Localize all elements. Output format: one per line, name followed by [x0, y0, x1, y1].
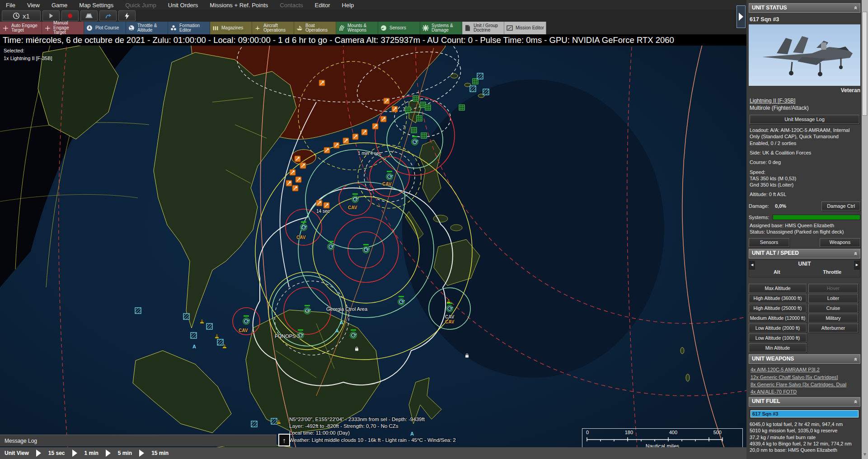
run-button[interactable] — [42, 10, 60, 21]
altitude-buttons: Max Altitude High Altitude (36000 ft) Hi… — [749, 284, 807, 352]
menu-missions-ref-points[interactable]: Missions + Ref. Points — [204, 1, 274, 9]
play-step-icon[interactable] — [139, 450, 144, 457]
scope-prev-button[interactable]: ◄ — [749, 261, 755, 270]
fuel-selected-unit[interactable]: 617 Sqn #3 — [751, 410, 859, 417]
play-step-icon[interactable] — [72, 450, 77, 457]
step-1min[interactable]: 1 min — [80, 450, 103, 456]
menu-game[interactable]: Game — [46, 1, 73, 9]
high-altitude-36000-button[interactable]: High Altitude (36000 ft) — [749, 294, 807, 303]
plot-course-icon — [85, 24, 94, 32]
scroll-down-arrow-icon[interactable]: ▼ — [863, 451, 867, 457]
svg-text:A: A — [335, 328, 339, 333]
engage-manual-icon — [43, 24, 52, 32]
ribbon-plot-course-button[interactable]: Plot Course — [84, 22, 126, 34]
sidebar-scrollbar[interactable]: ▼ — [862, 0, 868, 459]
fuel-burn-rate: 37,2 kg / minute fuel burn rate — [750, 434, 859, 440]
unit-message-log-button[interactable]: Unit Message Log — [750, 115, 859, 124]
scale-ruler — [585, 436, 739, 442]
min-altitude-button[interactable]: Min Altitude — [749, 343, 807, 352]
menu-map-settings[interactable]: Map Settings — [73, 1, 119, 9]
ribbon-formation-editor-button[interactable]: Formation Editor — [168, 22, 210, 34]
ribbon-auto-engage-target-button[interactable]: Auto Engage Target — [0, 22, 42, 34]
collapse-chevron-icon[interactable]: « — [852, 357, 859, 361]
assigned-base-text: Assigned base: HMS Queen Elizabeth — [750, 222, 859, 229]
camera-view-button[interactable] — [80, 10, 98, 21]
menu-view[interactable]: View — [21, 1, 46, 9]
group-label-cav: CAV — [445, 319, 454, 324]
group-label-cav: CAV — [348, 205, 357, 210]
ribbon-boat-operations-button[interactable]: Boat Operations — [294, 22, 336, 34]
weapon-link[interactable]: 12x Generic Chaff Salvo [5x Cartridges] — [751, 374, 859, 380]
f35b-silhouette — [749, 24, 859, 86]
high-altitude-25000-button[interactable]: High Altitude (25000 ft) — [749, 304, 807, 313]
low-altitude-1000-button[interactable]: Low Altitude (1000 ft) — [749, 333, 807, 342]
play-icon — [48, 13, 54, 19]
ribbon-throttle-altitude-button[interactable]: Throttle & Altitude — [126, 22, 168, 34]
collapse-chevron-icon[interactable]: « — [852, 400, 859, 403]
unit-status-panel-header[interactable]: UNIT STATUS « — [749, 3, 860, 13]
afterburner-button[interactable]: Afterburner — [808, 323, 858, 333]
weapon-link[interactable]: 4x AN/ALE-70 FOTD — [751, 389, 859, 395]
formation-icon — [169, 24, 178, 32]
sidebar-collapse-button[interactable] — [737, 5, 746, 28]
record-button[interactable] — [61, 10, 79, 21]
unit-fuel-panel-header[interactable]: UNIT FUEL « — [749, 397, 860, 407]
loiter-button[interactable]: Loiter — [808, 294, 858, 303]
area-label-georgia: Georgia Ctrol Area — [326, 306, 367, 312]
play-step-icon[interactable] — [36, 450, 41, 457]
alt-speed-panel-header[interactable]: UNIT ALT / SPEED « — [749, 249, 860, 258]
collapse-chevron-icon[interactable]: « — [852, 252, 859, 255]
stack-count-label: 7 — [403, 125, 405, 130]
alt-column-header: Alt — [749, 269, 805, 275]
step-5min[interactable]: 5 min — [113, 450, 136, 456]
loadout-text: Loadout: A/A: AIM-120C-5 AMRAAM, Interna… — [750, 127, 859, 146]
time-compression-button[interactable]: x1 — [2, 10, 41, 21]
menu-contacts: Contacts — [274, 1, 309, 9]
ribbon-sensors-button[interactable]: Sensors — [378, 22, 420, 34]
ribbon-mounts-weapons-button[interactable]: Mounts & Weapons — [336, 22, 378, 34]
ribbon-unit-group-doctrine-button[interactable]: Unit / Group Doctrine — [462, 22, 504, 34]
deep-trench — [402, 80, 664, 378]
scrollbar-thumb[interactable] — [862, 12, 867, 116]
unit-view-label[interactable]: Unit View — [0, 450, 33, 456]
pulse-button[interactable] — [118, 10, 136, 21]
menu-unit-orders[interactable]: Unit Orders — [162, 1, 204, 9]
expand-message-log-button[interactable]: ↑ — [278, 434, 290, 446]
weapon-link[interactable]: 8x Generic Flare Salvo [3x Cartridges, D… — [751, 381, 859, 388]
unit-name: 617 Sqn #3 — [750, 16, 859, 23]
cruise-button[interactable]: Cruise — [808, 304, 858, 313]
fuel-base-distance: 20,0 nm to base: HMS Queen Elizabeth — [750, 447, 859, 453]
scope-next-button[interactable]: ► — [854, 261, 860, 270]
side-text: Side: UK & Coalition Forces — [750, 150, 859, 156]
tactical-map[interactable]: AAAA CAV CAV CAV CAV CAV CAV FONOPS 3 Ge… — [0, 34, 746, 459]
ribbon-aircraft-operations-button[interactable]: Aircraft Operations — [252, 22, 294, 34]
ribbon-magazines-button[interactable]: Magazines — [210, 22, 252, 34]
max-altitude-button[interactable]: Max Altitude — [749, 284, 807, 293]
unit-weapons-panel-header[interactable]: UNIT WEAPONS « — [749, 354, 860, 364]
medium-altitude-button[interactable]: Medium Altitude (12000 ft) — [749, 314, 807, 323]
collapse-chevron-icon[interactable]: « — [852, 6, 859, 9]
military-button[interactable]: Military — [808, 314, 858, 323]
ribbon-systems-damage-button[interactable]: Systems & Damage — [420, 22, 462, 34]
weapons-button[interactable]: Weapons — [820, 238, 860, 247]
low-altitude-2000-button[interactable]: Low Altitude (2000 ft) — [749, 323, 807, 333]
pointer-jump-button[interactable] — [99, 10, 117, 21]
play-step-icon[interactable] — [106, 450, 111, 457]
step-15min[interactable]: 15 min — [147, 450, 173, 456]
menu-editor[interactable]: Editor — [309, 1, 336, 9]
ribbon-mission-editor-button[interactable]: Mission Editor — [504, 22, 546, 34]
menu-file[interactable]: File — [0, 1, 21, 9]
menu-help[interactable]: Help — [336, 1, 360, 9]
unit-type-link[interactable]: Lightning II [F-35B] — [750, 98, 859, 105]
weapon-link[interactable]: 4x AIM-120C-5 AMRAAM P3I.2 — [751, 366, 859, 373]
ribbon-manual-engage-target-button[interactable]: Manual Engage Target — [42, 22, 84, 34]
throttle-icon — [127, 24, 136, 32]
mounts-icon — [338, 24, 346, 32]
step-15sec[interactable]: 15 sec — [44, 450, 70, 456]
scope-label: UNIT — [749, 261, 860, 268]
sensors-button[interactable]: Sensors — [749, 238, 789, 247]
message-log-bar[interactable]: Message Log — [0, 435, 277, 446]
engage-auto-icon — [1, 24, 9, 32]
damage-ctrl-button[interactable]: Damage Ctrl — [821, 201, 860, 211]
fuel-unit-listbox[interactable]: 617 Sqn #3 — [750, 409, 859, 418]
